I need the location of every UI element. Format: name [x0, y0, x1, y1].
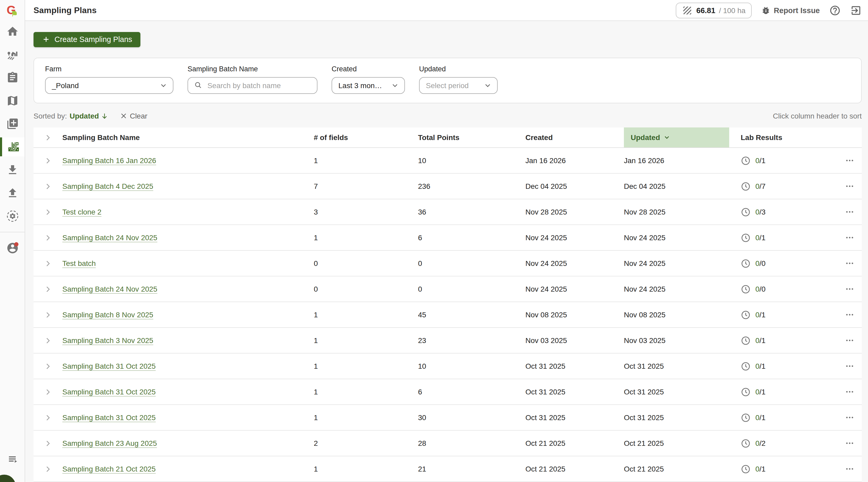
sidebar-item-tasks[interactable]	[0, 68, 25, 87]
row-menu-button[interactable]	[839, 310, 862, 319]
sidebar: G	[0, 0, 25, 482]
updated-date: Jan 16 2026	[624, 156, 729, 165]
batch-name-link[interactable]: Test clone 2	[62, 208, 101, 216]
batch-name-link[interactable]: Sampling Batch 23 Aug 2025	[62, 439, 157, 447]
header-expand-all[interactable]	[33, 133, 62, 142]
area-icon	[682, 5, 693, 16]
row-expand-button[interactable]	[33, 413, 62, 422]
lab-total-count: /7	[760, 182, 766, 190]
row-expand-button[interactable]	[33, 207, 62, 216]
row-expand-button[interactable]	[33, 156, 62, 165]
row-expand-button[interactable]	[33, 285, 62, 293]
sidebar-item-farm[interactable]	[0, 45, 25, 64]
sidebar-item-soil-sampling[interactable]	[0, 137, 25, 156]
batch-name-link[interactable]: Sampling Batch 24 Nov 2025	[62, 233, 157, 242]
row-menu-button[interactable]	[839, 156, 862, 165]
row-expand-button[interactable]	[33, 362, 62, 371]
column-header-created[interactable]: Created	[525, 133, 624, 142]
updated-select[interactable]: Select period	[419, 77, 498, 94]
updated-date: Oct 21 2025	[624, 465, 729, 473]
search-input[interactable]	[207, 81, 312, 90]
lab-done-count: 0	[755, 388, 760, 396]
help-button[interactable]	[829, 4, 841, 16]
sidebar-item-download[interactable]	[0, 161, 25, 179]
batch-name-link[interactable]: Sampling Batch 4 Dec 2025	[62, 182, 153, 190]
row-menu-button[interactable]	[839, 284, 862, 294]
row-menu-button[interactable]	[839, 438, 862, 448]
batch-name-link[interactable]: Test batch	[62, 259, 96, 267]
batch-name-link[interactable]: Sampling Batch 21 Oct 2025	[62, 465, 156, 473]
column-header-points[interactable]: Total Points	[418, 133, 525, 142]
row-menu-button[interactable]	[839, 361, 862, 371]
sidebar-item-expand-menu[interactable]	[0, 450, 25, 469]
farm-icon	[6, 48, 19, 61]
lab-results: 0/1	[729, 387, 839, 397]
farm-selected-value: _Poland	[52, 81, 79, 90]
sidebar-item-upload[interactable]	[0, 183, 25, 202]
clock-icon	[741, 438, 751, 448]
more-options-icon	[845, 233, 855, 242]
row-expand-button[interactable]	[33, 310, 62, 319]
column-header-name[interactable]: Sampling Batch Name	[62, 133, 314, 142]
logout-button[interactable]	[850, 4, 862, 16]
row-menu-button[interactable]	[839, 387, 862, 397]
sidebar-item-integrations[interactable]	[0, 207, 25, 226]
row-menu-button[interactable]	[839, 207, 862, 217]
row-expand-button[interactable]	[33, 259, 62, 268]
report-issue-button[interactable]: Report Issue	[761, 5, 820, 15]
lab-done-count: 0	[755, 465, 760, 473]
area-used-value: 66.81	[696, 6, 716, 15]
farm-select[interactable]: _Poland	[45, 77, 174, 94]
sidebar-item-home[interactable]	[0, 22, 25, 41]
batch-name-link[interactable]: Sampling Batch 31 Oct 2025	[62, 388, 156, 396]
batch-name-link[interactable]: Sampling Batch 24 Nov 2025	[62, 285, 157, 293]
column-header-fields[interactable]: # of fields	[314, 133, 418, 142]
lab-done-count: 0	[755, 259, 760, 267]
sidebar-item-account[interactable]	[0, 239, 25, 257]
row-menu-button[interactable]	[839, 181, 862, 191]
lab-results: 0/1	[729, 361, 839, 371]
lab-done-count: 0	[755, 156, 760, 165]
row-expand-button[interactable]	[33, 439, 62, 448]
row-menu-button[interactable]	[839, 464, 862, 474]
batch-name-link[interactable]: Sampling Batch 8 Nov 2025	[62, 311, 153, 319]
lab-results: 0/1	[729, 233, 839, 243]
row-expand-button[interactable]	[33, 182, 62, 191]
row-menu-button[interactable]	[839, 259, 862, 268]
row-menu-button[interactable]	[839, 336, 862, 345]
table-row: Sampling Batch 16 Jan 2026 1 10 Jan 16 2…	[33, 148, 862, 174]
table-row: Sampling Batch 31 Oct 2025 1 6 Oct 31 20…	[33, 379, 862, 405]
sort-hint: Click column header to sort	[773, 112, 862, 120]
row-expand-button[interactable]	[33, 387, 62, 396]
app-root: G	[0, 0, 868, 482]
updated-date: Oct 31 2025	[624, 388, 729, 396]
created-date: Nov 24 2025	[525, 285, 624, 293]
filter-farm: Farm _Poland	[45, 65, 174, 94]
created-select[interactable]: Last 3 mon…	[332, 77, 405, 94]
row-expand-button[interactable]	[33, 336, 62, 345]
chevron-right-icon	[43, 413, 52, 422]
sorted-field[interactable]: Updated	[70, 112, 108, 120]
lab-total-count: /2	[760, 439, 766, 447]
lab-results: 0/2	[729, 438, 839, 448]
sidebar-item-map[interactable]	[0, 91, 25, 110]
sidebar-item-add-plan[interactable]	[0, 114, 25, 133]
row-expand-button[interactable]	[33, 464, 62, 473]
area-usage-badge[interactable]: 66.81 / 100 ha	[676, 2, 752, 18]
clear-sort-button[interactable]: Clear	[120, 112, 148, 120]
batch-name-search[interactable]	[188, 77, 317, 94]
lab-total-count: /3	[760, 208, 766, 216]
row-menu-button[interactable]	[839, 413, 862, 422]
row-expand-button[interactable]	[33, 233, 62, 242]
lab-done-count: 0	[755, 336, 760, 345]
batch-name-link[interactable]: Sampling Batch 31 Oct 2025	[62, 413, 156, 422]
batch-name-link[interactable]: Sampling Batch 16 Jan 2026	[62, 156, 156, 165]
fields-count: 1	[314, 336, 418, 345]
batch-name-link[interactable]: Sampling Batch 3 Nov 2025	[62, 336, 153, 345]
create-sampling-plans-button[interactable]: Create Sampling Plans	[33, 32, 141, 47]
column-header-updated[interactable]: Updated	[624, 127, 729, 147]
column-header-lab[interactable]: Lab Results	[729, 133, 839, 142]
row-menu-button[interactable]	[839, 233, 862, 242]
created-date: Nov 28 2025	[525, 208, 624, 216]
batch-name-link[interactable]: Sampling Batch 31 Oct 2025	[62, 362, 156, 370]
